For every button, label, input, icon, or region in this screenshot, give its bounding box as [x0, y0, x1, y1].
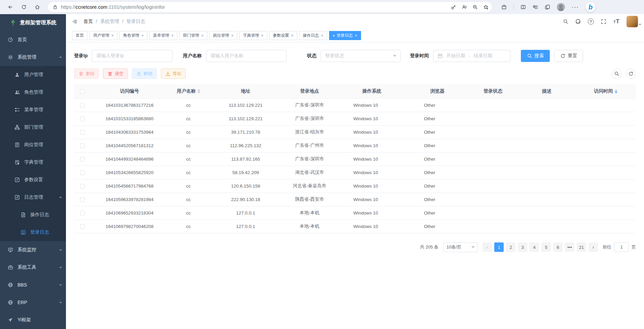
browser-menu-icon[interactable]: ···: [572, 4, 579, 11]
toggle-search-button[interactable]: [612, 69, 622, 79]
username-input[interactable]: 请输入用户名称: [206, 50, 287, 62]
user-avatar[interactable]: [627, 16, 638, 27]
sidebar-item-首页[interactable]: 首页: [0, 31, 66, 48]
tab-角色管理[interactable]: 角色管理×: [119, 31, 147, 40]
tab-操作日志[interactable]: 操作日志×: [299, 31, 327, 40]
tab-close-icon[interactable]: ×: [291, 33, 293, 38]
sidebar-item-Yi框架[interactable]: Yi框架: [0, 311, 66, 329]
ip-input[interactable]: 请输入登录Ip: [92, 50, 173, 62]
row-checkbox[interactable]: [80, 224, 85, 229]
tab-close-icon[interactable]: ×: [261, 33, 263, 38]
row-checkbox[interactable]: [80, 184, 85, 189]
sidebar-item-系统工具[interactable]: 系统工具: [0, 259, 66, 276]
tab-首页[interactable]: 首页: [72, 31, 87, 40]
page-button-6[interactable]: 6: [553, 242, 563, 252]
sidebar-item-部门管理[interactable]: 部门管理: [0, 119, 66, 136]
split-screen-icon[interactable]: [521, 4, 526, 10]
sort-icon[interactable]: [198, 89, 200, 93]
goto-page-input[interactable]: 1: [614, 242, 629, 252]
column-header-访问编号[interactable]: 访问编号: [91, 84, 168, 98]
browser-profile-avatar[interactable]: [557, 3, 565, 11]
tab-用户管理[interactable]: 用户管理×: [90, 31, 117, 40]
page-button-3[interactable]: 3: [518, 242, 527, 252]
sidebar-item-ERP[interactable]: ERP: [0, 294, 66, 311]
favorite-add-icon[interactable]: [483, 4, 489, 10]
zoom-out-icon[interactable]: [472, 4, 478, 10]
tab-登录日志[interactable]: 登录日志×: [329, 31, 361, 40]
row-checkbox[interactable]: [80, 143, 85, 148]
sidebar-fold-icon[interactable]: [72, 19, 77, 24]
page-size-select[interactable]: 10条/页: [443, 242, 478, 252]
sidebar-item-字典管理[interactable]: 字典管理: [0, 154, 66, 171]
header-search-icon[interactable]: [563, 19, 568, 24]
reset-button[interactable]: 重置: [554, 50, 583, 62]
row-checkbox[interactable]: [80, 117, 85, 121]
date-range-picker[interactable]: 开始日期 - 结束日期: [433, 50, 510, 62]
address-bar[interactable]: https://ccnetcore.com:1101/system/log/lo…: [48, 2, 492, 12]
home-icon[interactable]: [32, 2, 43, 12]
page-button-2[interactable]: 2: [506, 242, 515, 252]
extensions-icon[interactable]: [501, 4, 507, 10]
delete-button[interactable]: 删除: [74, 68, 99, 79]
row-checkbox[interactable]: [80, 170, 85, 175]
sidebar-item-岗位管理[interactable]: 岗位管理: [0, 136, 66, 154]
column-header-地址[interactable]: 地址: [209, 84, 283, 98]
tab-close-icon[interactable]: ×: [141, 33, 144, 38]
export-button[interactable]: 导出: [161, 68, 186, 79]
read-aloud-icon[interactable]: [462, 4, 467, 10]
more-pages-button[interactable]: •••: [565, 242, 574, 252]
tab-部门管理[interactable]: 部门管理×: [179, 31, 207, 40]
row-checkbox[interactable]: [80, 197, 85, 202]
bing-chat-icon[interactable]: [585, 2, 596, 12]
font-size-icon[interactable]: [613, 18, 619, 25]
next-page-button[interactable]: ›: [588, 242, 598, 252]
column-header-用户名称[interactable]: 用户名称: [168, 84, 209, 98]
sidebar-item-系统管理[interactable]: 系统管理: [0, 48, 66, 66]
page-button-4[interactable]: 4: [530, 242, 539, 252]
page-button-21[interactable]: 21: [577, 242, 586, 252]
password-key-icon[interactable]: [451, 4, 456, 10]
column-header-操作系统[interactable]: 操作系统: [336, 84, 407, 98]
breadcrumb-system[interactable]: 系统管理: [100, 19, 119, 25]
github-icon[interactable]: [575, 19, 581, 24]
sidebar-item-BBS[interactable]: BBS: [0, 276, 66, 294]
prev-page-button[interactable]: ‹: [482, 242, 492, 252]
sidebar-item-登录日志[interactable]: 登录日志: [0, 224, 66, 241]
sort-icon[interactable]: [615, 89, 617, 93]
column-header-登录地点[interactable]: 登录地点: [283, 84, 336, 98]
breadcrumb-home[interactable]: 首页: [83, 19, 93, 25]
column-header-访问时间[interactable]: 访问时间: [575, 84, 636, 98]
row-checkbox[interactable]: [80, 103, 85, 108]
tab-参数设置[interactable]: 参数设置×: [269, 31, 297, 40]
help-icon[interactable]: [588, 19, 594, 25]
refresh-table-button[interactable]: [626, 69, 636, 79]
select-all-checkbox[interactable]: [80, 89, 85, 94]
tab-close-icon[interactable]: ×: [355, 33, 357, 38]
tab-close-icon[interactable]: ×: [201, 33, 204, 38]
row-checkbox[interactable]: [80, 157, 85, 162]
tab-close-icon[interactable]: ×: [111, 33, 114, 38]
search-button[interactable]: 搜索: [521, 50, 550, 62]
fullscreen-icon[interactable]: [601, 19, 606, 24]
sidebar-item-菜单管理[interactable]: 菜单管理: [0, 101, 66, 119]
site-lock-icon[interactable]: [52, 4, 58, 10]
tab-字典管理[interactable]: 字典管理×: [239, 31, 267, 40]
tab-close-icon[interactable]: ×: [171, 33, 174, 38]
duplicate-tab-icon[interactable]: [545, 4, 550, 10]
sidebar-item-操作日志[interactable]: 操作日志: [0, 206, 66, 224]
tab-close-icon[interactable]: ×: [231, 33, 234, 38]
collections-icon[interactable]: [533, 4, 538, 10]
refresh-icon[interactable]: [18, 2, 30, 12]
column-header-浏览器[interactable]: 浏览器: [407, 84, 468, 98]
page-button-5[interactable]: 5: [541, 242, 551, 252]
status-select[interactable]: 登录状态: [321, 50, 401, 62]
sidebar-item-角色管理[interactable]: 角色管理: [0, 84, 66, 101]
page-button-1[interactable]: 1: [494, 242, 504, 252]
row-checkbox[interactable]: [80, 211, 85, 216]
unlock-button[interactable]: 解锁: [132, 68, 157, 79]
sidebar-item-系统监控[interactable]: 系统监控: [0, 241, 66, 259]
sidebar-item-用户管理[interactable]: 用户管理: [0, 66, 66, 84]
column-header-登录状态[interactable]: 登录状态: [468, 84, 518, 98]
sidebar-item-参数设置[interactable]: 参数设置: [0, 171, 66, 189]
sidebar-item-日志管理[interactable]: 日志管理: [0, 189, 66, 206]
